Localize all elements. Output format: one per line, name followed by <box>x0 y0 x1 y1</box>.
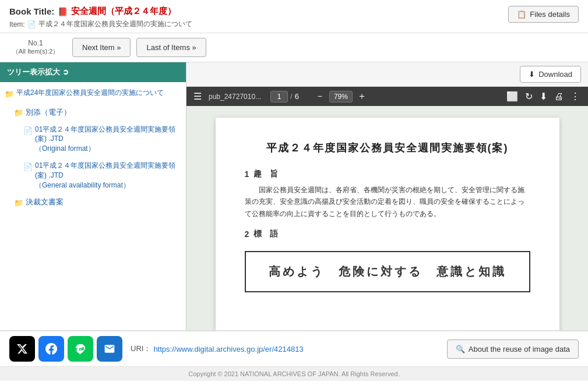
download-label: Download <box>538 70 572 79</box>
uri-link[interactable]: https://www.digital.archives.go.jp/er/42… <box>153 345 303 353</box>
sidebar: ツリー表示拡大 ➲ 📁 平成24年度国家公務員安全週間の実施について 📁 別添（… <box>0 62 186 330</box>
reuse-label: About the reuse of image data <box>469 345 570 353</box>
footer-social-bar: URI： https://www.digital.archives.go.jp/… <box>0 331 588 366</box>
pdf-page-input[interactable] <box>270 91 288 102</box>
pdf-section-1-title: 趣 旨 <box>253 169 278 179</box>
nav-all-label: （All Item(s):2） <box>12 47 59 56</box>
pdf-section-2-num: 2 <box>245 229 249 239</box>
last-items-label: Last of Items » <box>146 43 196 52</box>
nav-position: No.1 （All Item(s):2） <box>9 39 62 56</box>
pdf-zoom-out-button[interactable]: － <box>313 90 327 102</box>
navigation-bar: No.1 （All Item(s):2） Next Item » Last of… <box>0 33 588 62</box>
tree-item-text-l3-1: 01平成２４年度国家公務員安全週間実施要領(案) .JTD（General av… <box>35 161 181 190</box>
line-icon <box>75 343 86 355</box>
pdf-section-1-body: 国家公務員安全週間は、各府省、各機関が災害の根絶を期して、安全管理に関する施策の… <box>245 184 530 220</box>
page-header: Book Title: 📕 安全週間（平成２４年度） Item: 📄 平成２４年… <box>0 0 588 33</box>
pdf-print-button[interactable]: 🖨 <box>553 91 565 102</box>
pdf-page: 平成２４年度国家公務員安全週間実施要領(案) 1 趣 旨 国家公務員安全週間は、… <box>216 118 559 330</box>
item-icon: 📄 <box>27 20 36 29</box>
book-icon: 📕 <box>58 7 68 16</box>
pdf-fit-button[interactable]: ⬜ <box>505 91 519 102</box>
next-item-label: Next Item » <box>82 43 121 52</box>
viewer-area: ⬇ Download ☰ pub_24727010... / 6 － 79% ＋… <box>186 62 588 330</box>
pdf-zoom-controls: － 79% ＋ <box>313 90 369 102</box>
tree-item-l3-1[interactable]: 📄 01平成２４年度国家公務員安全週間実施要領(案) .JTD（General … <box>0 157 186 193</box>
next-item-button[interactable]: Next Item » <box>72 38 131 57</box>
pdf-slogan: 高めよう 危険に対する 意識と知識 <box>245 251 530 292</box>
uri-label: URI： <box>131 344 151 354</box>
pdf-page-title: 平成２４年度国家公務員安全週間実施要領(案) <box>245 141 530 155</box>
pdf-toolbar: ☰ pub_24727010... / 6 － 79% ＋ ⬜ ↻ ⬇ 🖨 ⋮ <box>186 87 588 106</box>
mail-icon <box>104 343 115 355</box>
sidebar-expand-label: ツリー表示拡大 ➲ <box>7 67 69 77</box>
main-layout: ツリー表示拡大 ➲ 📁 平成24年度国家公務員安全週間の実施について 📁 別添（… <box>0 62 588 330</box>
footer-uri: URI： https://www.digital.archives.go.jp/… <box>131 344 304 354</box>
reuse-button[interactable]: 🔍 About the reuse of image data <box>447 340 579 359</box>
tree-item-l2-1[interactable]: 📁 決裁文書案 <box>0 193 186 211</box>
tree-item-l2-0[interactable]: 📁 別添（電子） <box>0 104 186 121</box>
pdf-filename: pub_24727010... <box>209 93 261 101</box>
pdf-section-1: 1 趣 旨 国家公務員安全週間は、各府省、各機関が災害の根絶を期して、安全管理に… <box>245 169 530 220</box>
pdf-section-2-header: 2 標 語 <box>245 229 530 239</box>
pdf-icon-l3-0: 📄 <box>23 125 33 137</box>
folder-icon-0: 📁 <box>5 89 14 100</box>
reuse-icon: 🔍 <box>456 345 465 353</box>
x-icon <box>16 343 28 355</box>
pdf-section-1-header: 1 趣 旨 <box>245 169 530 179</box>
item-label: Item: <box>9 20 25 29</box>
tree-item-l1-0[interactable]: 📁 平成24年度国家公務員安全週間の実施について <box>0 84 186 104</box>
last-items-button[interactable]: Last of Items » <box>136 38 206 57</box>
pdf-rotate-button[interactable]: ↻ <box>524 91 534 102</box>
folder-icon-l2-1: 📁 <box>14 199 23 207</box>
tree-item-text-0: 平成24年度国家公務員安全週間の実施について <box>16 88 164 98</box>
download-button[interactable]: ⬇ Download <box>520 66 581 83</box>
facebook-icon <box>45 343 57 355</box>
pdf-more-button[interactable]: ⋮ <box>569 91 581 102</box>
copyright-text: Copyright © 2021 NATIONAL ARCHIVES OF JA… <box>188 370 399 377</box>
pdf-section-2-title: 標 語 <box>253 229 278 239</box>
tree-item-text-l3-0: 01平成２４年度国家公務員安全週間実施要領(案) .JTD（Original f… <box>35 125 181 154</box>
pdf-content[interactable]: 平成２４年度国家公務員安全週間実施要領(案) 1 趣 旨 国家公務員安全週間は、… <box>186 106 588 330</box>
download-icon: ⬇ <box>529 70 535 79</box>
pdf-section-1-num: 1 <box>245 169 249 179</box>
folder-icon-l2-0: 📁 <box>14 108 23 117</box>
pdf-download-button[interactable]: ⬇ <box>538 91 548 102</box>
footer-copyright: Copyright © 2021 NATIONAL ARCHIVES OF JA… <box>0 366 588 381</box>
pdf-toolbar-right: ⬜ ↻ ⬇ 🖨 ⋮ <box>505 91 581 102</box>
social-mail-button[interactable] <box>97 336 122 362</box>
pdf-zoom-in-button[interactable]: ＋ <box>355 90 369 102</box>
social-x-button[interactable] <box>9 336 35 362</box>
book-title-text: 安全週間（平成２４年度） <box>71 6 176 17</box>
sidebar-tree: 📁 平成24年度国家公務員安全週間の実施について 📁 別添（電子） 📄 01平成… <box>0 82 186 214</box>
tree-item-l3-0[interactable]: 📄 01平成２４年度国家公務員安全週間実施要領(案) .JTD（Original… <box>0 121 186 157</box>
book-title-line: Book Title: 📕 安全週間（平成２４年度） <box>9 6 579 17</box>
item-text: 平成２４年度国家公務員安全週間の実施について <box>38 19 192 29</box>
pdf-section-2: 2 標 語 高めよう 危険に対する 意識と知識 <box>245 229 530 292</box>
sidebar-header[interactable]: ツリー表示拡大 ➲ <box>0 62 186 82</box>
files-details-button[interactable]: 📋 Files details <box>508 6 579 23</box>
pdf-page-sep: / <box>290 92 293 101</box>
pdf-zoom-value: 79% <box>329 91 353 102</box>
pdf-page-controls: / 6 <box>270 91 299 102</box>
viewer-toolbar: ⬇ Download <box>186 62 588 87</box>
pdf-icon-l3-1: 📄 <box>23 161 33 173</box>
tree-item-text-l2-0: 別添（電子） <box>26 107 71 118</box>
files-details-label: Files details <box>530 10 570 19</box>
item-line: Item: 📄 平成２４年度国家公務員安全週間の実施について <box>9 19 579 29</box>
pdf-total-pages: 6 <box>295 92 299 101</box>
book-title-label: Book Title: <box>9 6 54 16</box>
pdf-menu-icon[interactable]: ☰ <box>193 91 202 102</box>
tree-item-text-l2-1: 決裁文書案 <box>26 197 64 207</box>
social-line-button[interactable] <box>68 336 93 362</box>
social-facebook-button[interactable] <box>38 336 64 362</box>
files-details-icon: 📋 <box>517 10 526 19</box>
nav-no-label: No.1 <box>28 39 43 47</box>
